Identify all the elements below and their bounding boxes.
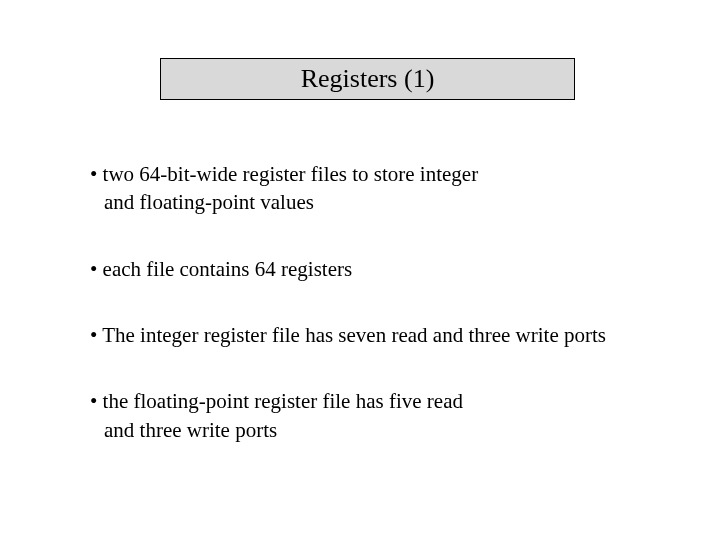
bullet-text-line: and three write ports xyxy=(90,416,680,444)
bullet-text-line: • two 64-bit-wide register files to stor… xyxy=(90,160,680,188)
bullet-item: • each file contains 64 registers xyxy=(90,255,680,283)
bullet-text-line: • each file contains 64 registers xyxy=(90,255,680,283)
bullet-item: • The integer register file has seven re… xyxy=(90,321,680,349)
bullet-text-line: and floating-point values xyxy=(90,188,680,216)
slide-content: • two 64-bit-wide register files to stor… xyxy=(90,160,680,482)
bullet-text-line: • the floating-point register file has f… xyxy=(90,387,680,415)
bullet-text-line: • The integer register file has seven re… xyxy=(90,321,680,349)
slide-title: Registers (1) xyxy=(301,64,435,94)
slide-title-box: Registers (1) xyxy=(160,58,575,100)
bullet-item: • two 64-bit-wide register files to stor… xyxy=(90,160,680,217)
bullet-item: • the floating-point register file has f… xyxy=(90,387,680,444)
